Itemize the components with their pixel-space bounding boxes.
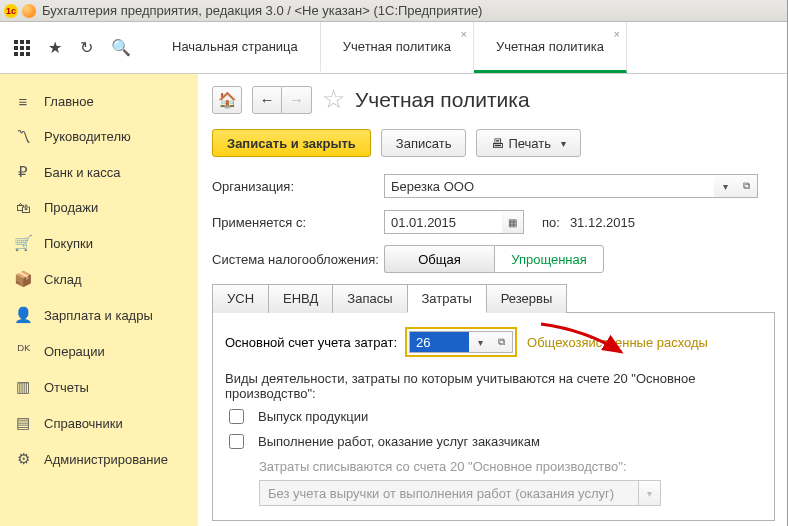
acct-value: 26 [416,335,430,350]
dropdown-icon[interactable]: ▾ [469,331,491,353]
sidebar-item-label: Справочники [44,416,123,431]
sidebar-item-main[interactable]: ≡Главное [0,84,198,119]
forward-button[interactable]: → [282,86,312,114]
sidebar-item-label: Отчеты [44,380,89,395]
close-icon[interactable]: × [460,28,466,40]
page-header: 🏠 ← → ☆ Учетная политика [212,84,775,115]
acct-highlight: 26 ▾ ⧉ [405,327,517,357]
row-date: Применяется с: 01.01.2015 ▦ по: 31.12.20… [212,209,775,235]
back-button[interactable]: ← [252,86,282,114]
sidebar-item-manager[interactable]: 〽Руководителю [0,119,198,154]
list-icon: ▤ [14,414,32,432]
tab-label: Запасы [347,291,392,306]
calendar-icon[interactable]: ▦ [502,210,524,234]
org-value: Березка ООО [391,179,474,194]
checkbox[interactable] [229,434,244,449]
printer-icon: 🖶 [491,136,504,151]
chk-production[interactable]: Выпуск продукции [229,409,762,424]
tax-segmented: Общая Упрощенная [384,245,604,273]
top-toolbar: ★ ↻ 🔍 Начальная страница Учетная политик… [0,22,787,74]
home-button[interactable]: 🏠 [212,86,242,114]
activities-heading: Виды деятельности, затраты по которым уч… [225,371,762,401]
acct-input[interactable]: 26 [409,331,469,353]
tax-simple-button[interactable]: Упрощенная [494,245,604,273]
tab-zapasy[interactable]: Запасы [332,284,407,313]
sidebar-item-refs[interactable]: ▤Справочники [0,405,198,441]
tab-label: ЕНВД [283,291,318,306]
menu-icon: ≡ [14,93,32,110]
chart-icon: 〽 [14,128,32,145]
org-label: Организация: [212,179,384,194]
main-area: ≡Главное 〽Руководителю ₽Банк и касса 🛍Пр… [0,74,787,526]
nav-group: ← → [252,86,312,114]
sidebar-item-bank[interactable]: ₽Банк и касса [0,154,198,190]
to-value: 31.12.2015 [570,215,635,230]
apps-grid-icon[interactable] [14,40,30,56]
sidebar-item-warehouse[interactable]: 📦Склад [0,261,198,297]
operations-icon: ᴰᴷ [14,342,32,360]
sidebar-item-reports[interactable]: ▥Отчеты [0,369,198,405]
seg-label: Упрощенная [511,252,587,267]
sidebar-item-hr[interactable]: 👤Зарплата и кадры [0,297,198,333]
gear-icon: ⚙ [14,450,32,468]
sidebar-item-purchases[interactable]: 🛒Покупки [0,225,198,261]
save-close-button[interactable]: Записать и закрыть [212,129,371,157]
window-titlebar: 1c Бухгалтерия предприятия, редакция 3.0… [0,0,787,22]
org-input[interactable]: Березка ООО [384,174,714,198]
tab-home[interactable]: Начальная страница [150,22,321,73]
top-icon-cluster: ★ ↻ 🔍 [0,22,150,73]
search-icon[interactable]: 🔍 [111,38,131,57]
print-button[interactable]: 🖶Печать [476,129,581,157]
tab-label: Учетная политика [343,39,451,54]
btn-label: Записать [396,136,452,151]
tab-envd[interactable]: ЕНВД [268,284,333,313]
save-button[interactable]: Записать [381,129,467,157]
checkbox[interactable] [229,409,244,424]
tab-rezervy[interactable]: Резервы [486,284,568,313]
sidebar-item-label: Продажи [44,200,98,215]
tab-zatraty[interactable]: Затраты [407,284,487,313]
sidebar-item-label: Склад [44,272,82,287]
action-row: Записать и закрыть Записать 🖶Печать [212,129,775,157]
tab-policy-1[interactable]: Учетная политика× [321,22,474,73]
star-icon[interactable]: ★ [48,38,62,57]
sidebar-item-label: Руководителю [44,129,131,144]
tax-general-button[interactable]: Общая [384,245,494,273]
sidebar: ≡Главное 〽Руководителю ₽Банк и касса 🛍Пр… [0,74,198,526]
sidebar-item-sales[interactable]: 🛍Продажи [0,190,198,225]
open-ref-icon[interactable]: ⧉ [491,331,513,353]
open-ref-icon[interactable]: ⧉ [736,174,758,198]
date-from-input[interactable]: 01.01.2015 [384,210,502,234]
bars-icon: ▥ [14,378,32,396]
date-from-value: 01.01.2015 [391,215,456,230]
status-dot-icon [22,4,36,18]
tab-usn[interactable]: УСН [212,284,269,313]
dropdown-icon: ▾ [639,480,661,506]
acct-label: Основной счет учета затрат: [225,335,397,350]
tab-label: Учетная политика [496,39,604,54]
sidebar-item-admin[interactable]: ⚙Администрирование [0,441,198,477]
row-account: Основной счет учета затрат: 26 ▾ ⧉ Общех… [225,327,762,357]
sidebar-item-label: Зарплата и кадры [44,308,153,323]
writeoff-label: Затраты списываются со счета 20 "Основно… [259,459,762,474]
close-icon[interactable]: × [614,28,620,40]
favorite-star-icon[interactable]: ☆ [322,84,345,115]
tab-label: Начальная страница [172,39,298,54]
dropdown-icon[interactable]: ▾ [714,174,736,198]
sidebar-item-operations[interactable]: ᴰᴷОперации [0,333,198,369]
chk-label: Выполнение работ, оказание услуг заказчи… [258,434,540,449]
sidebar-item-label: Банк и касса [44,165,121,180]
tab-label: УСН [227,291,254,306]
inner-tabs: УСН ЕНВД Запасы Затраты Резервы [212,283,775,312]
sidebar-item-label: Администрирование [44,452,168,467]
history-icon[interactable]: ↻ [80,38,93,57]
writeoff-select: Без учета выручки от выполнения работ (о… [259,480,762,506]
cart-icon: 🛒 [14,234,32,252]
tax-label: Система налогообложения: [212,252,384,267]
app-logo-icon: 1c [4,4,18,18]
row-organization: Организация: Березка ООО ▾ ⧉ [212,173,775,199]
person-icon: 👤 [14,306,32,324]
tab-policy-2[interactable]: Учетная политика× [474,22,627,73]
chk-services[interactable]: Выполнение работ, оказание услуг заказчи… [229,434,762,449]
to-label: по: [542,215,560,230]
